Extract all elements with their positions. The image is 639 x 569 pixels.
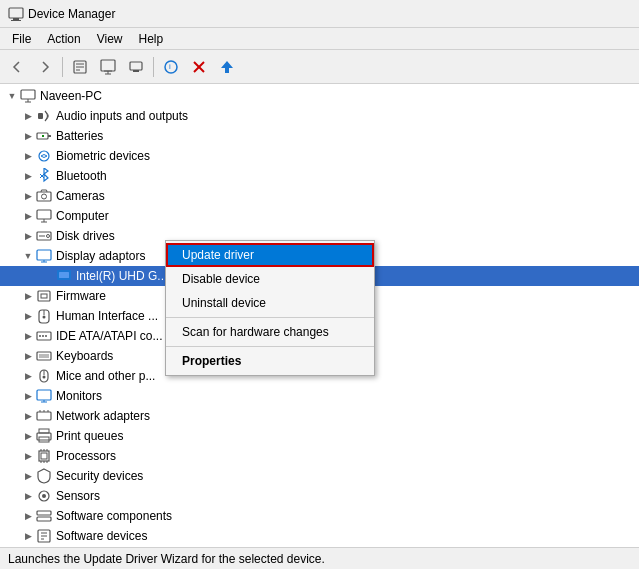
tree-item-sensors[interactable]: ▶ Sensors: [0, 486, 639, 506]
tree-item-biometric[interactable]: ▶ Biometric devices: [0, 146, 639, 166]
bluetooth-expand-icon[interactable]: ▶: [20, 168, 36, 184]
svg-rect-39: [59, 272, 69, 278]
ctx-separator1: [166, 317, 374, 318]
svg-rect-7: [101, 60, 115, 71]
svg-rect-11: [130, 62, 142, 70]
tree-item-audio[interactable]: ▶ Audio inputs and outputs: [0, 106, 639, 126]
toolbar: i: [0, 50, 639, 84]
sw-devices-icon: [36, 528, 52, 544]
toolbar-display[interactable]: [123, 54, 149, 80]
tree-item-computer[interactable]: ▶ Computer: [0, 206, 639, 226]
sensors-label: Sensors: [56, 489, 639, 503]
tree-item-sw-components[interactable]: ▶ Software components: [0, 506, 639, 526]
processors-expand-icon[interactable]: ▶: [20, 448, 36, 464]
print-label: Print queues: [56, 429, 639, 443]
sensors-expand-icon[interactable]: ▶: [20, 488, 36, 504]
audio-expand-icon[interactable]: ▶: [20, 108, 36, 124]
ctx-properties[interactable]: Properties: [166, 349, 374, 373]
batteries-expand-icon[interactable]: ▶: [20, 128, 36, 144]
tree-item-network[interactable]: ▶ Network adapters: [0, 406, 639, 426]
window-title: Device Manager: [28, 7, 115, 21]
toolbar-properties[interactable]: [67, 54, 93, 80]
computer-icon: [20, 88, 36, 104]
cameras-expand-icon[interactable]: ▶: [20, 188, 36, 204]
svg-point-74: [42, 494, 46, 498]
sw-components-expand-icon[interactable]: ▶: [20, 508, 36, 524]
mice-expand-icon[interactable]: ▶: [20, 368, 36, 384]
toolbar-update-driver[interactable]: [95, 54, 121, 80]
tree-item-print[interactable]: ▶ Print queues: [0, 426, 639, 446]
svg-rect-41: [41, 294, 47, 298]
svg-rect-0: [9, 8, 23, 18]
keyboards-expand-icon[interactable]: ▶: [20, 348, 36, 364]
svg-rect-22: [48, 135, 51, 137]
security-expand-icon[interactable]: ▶: [20, 468, 36, 484]
firmware-expand-icon[interactable]: ▶: [20, 288, 36, 304]
menu-file[interactable]: File: [4, 30, 39, 48]
root-label: Naveen-PC: [40, 89, 639, 103]
toolbar-add[interactable]: [214, 54, 240, 80]
tree-item-cameras[interactable]: ▶ Cameras: [0, 186, 639, 206]
biometric-expand-icon[interactable]: ▶: [20, 148, 36, 164]
menu-action[interactable]: Action: [39, 30, 88, 48]
monitors-expand-icon[interactable]: ▶: [20, 388, 36, 404]
svg-rect-20: [38, 113, 43, 119]
batteries-label: Batteries: [56, 129, 639, 143]
firmware-icon: [36, 288, 52, 304]
tree-item-batteries[interactable]: ▶ Batteries: [0, 126, 639, 146]
processors-icon: [36, 448, 52, 464]
network-icon: [36, 408, 52, 424]
ctx-scan-hardware[interactable]: Scan for hardware changes: [166, 320, 374, 344]
toolbar-scan[interactable]: i: [158, 54, 184, 80]
menu-help[interactable]: Help: [131, 30, 172, 48]
ctx-update-driver[interactable]: Update driver: [166, 243, 374, 267]
network-expand-icon[interactable]: ▶: [20, 408, 36, 424]
sw-devices-expand-icon[interactable]: ▶: [20, 528, 36, 544]
svg-rect-35: [37, 250, 51, 260]
svg-rect-12: [133, 70, 139, 72]
audio-icon: [36, 108, 52, 124]
display-expand-icon[interactable]: ▼: [20, 248, 36, 264]
root-expand-icon[interactable]: ▼: [4, 88, 20, 104]
tree-item-monitors[interactable]: ▶ Monitors: [0, 386, 639, 406]
ctx-separator2: [166, 346, 374, 347]
computer-expand-icon[interactable]: ▶: [20, 208, 36, 224]
ide-expand-icon[interactable]: ▶: [20, 328, 36, 344]
processors-label: Processors: [56, 449, 639, 463]
security-label: Security devices: [56, 469, 639, 483]
hid-icon: [36, 308, 52, 324]
tree-item-sw-devices[interactable]: ▶ Software devices: [0, 526, 639, 546]
audio-label: Audio inputs and outputs: [56, 109, 639, 123]
menu-view[interactable]: View: [89, 30, 131, 48]
disk-expand-icon[interactable]: ▶: [20, 228, 36, 244]
sw-components-label: Software components: [56, 509, 639, 523]
toolbar-remove[interactable]: [186, 54, 212, 80]
hid-expand-icon[interactable]: ▶: [20, 308, 36, 324]
svg-marker-16: [221, 61, 233, 73]
tree-item-security[interactable]: ▶ Security devices: [0, 466, 639, 486]
monitors-label: Monitors: [56, 389, 639, 403]
cameras-icon: [36, 188, 52, 204]
svg-point-33: [47, 235, 50, 238]
ctx-uninstall-device[interactable]: Uninstall device: [166, 291, 374, 315]
tree-item-processors[interactable]: ▶ Processors: [0, 446, 639, 466]
tree-item-bluetooth[interactable]: ▶ Bluetooth: [0, 166, 639, 186]
sensors-icon: [36, 488, 52, 504]
toolbar-back[interactable]: [4, 54, 30, 80]
status-bar: Launches the Update Driver Wizard for th…: [0, 547, 639, 569]
toolbar-sep1: [62, 57, 63, 77]
print-expand-icon[interactable]: ▶: [20, 428, 36, 444]
toolbar-forward[interactable]: [32, 54, 58, 80]
svg-rect-40: [38, 291, 50, 301]
network-label: Network adapters: [56, 409, 639, 423]
ctx-disable-device[interactable]: Disable device: [166, 267, 374, 291]
svg-rect-55: [37, 390, 51, 400]
biometric-icon: [36, 148, 52, 164]
context-menu: Update driver Disable device Uninstall d…: [165, 240, 375, 376]
svg-rect-17: [21, 90, 35, 99]
svg-rect-62: [39, 429, 49, 433]
keyboards-icon: [36, 348, 52, 364]
tree-root[interactable]: ▼ Naveen-PC: [0, 86, 639, 106]
computer-icon2: [36, 208, 52, 224]
monitors-icon: [36, 388, 52, 404]
